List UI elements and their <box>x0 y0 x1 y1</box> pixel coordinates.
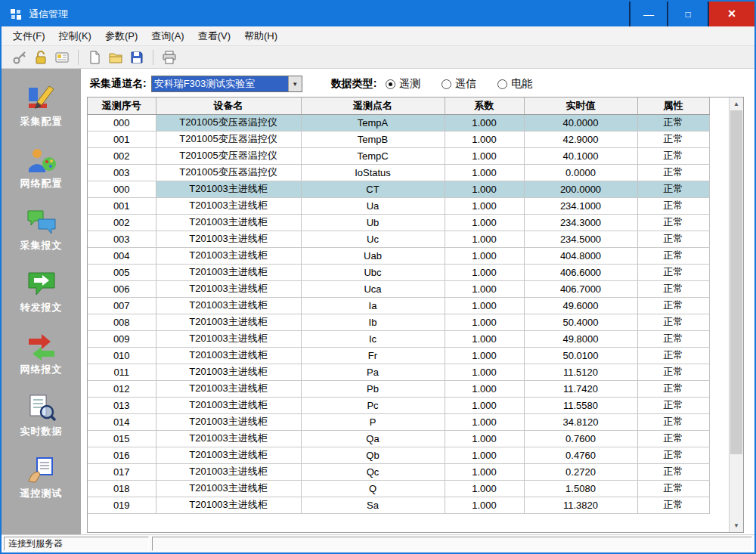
menu-item-params[interactable]: 参数(P) <box>98 27 144 45</box>
radio-energy[interactable]: 电能 <box>497 77 532 91</box>
column-header[interactable]: 系数 <box>445 97 524 114</box>
table-cell: 013 <box>88 397 156 413</box>
sidebar-item-collect-message[interactable]: 采集报文 <box>20 208 63 252</box>
channel-combobox[interactable]: 安科瑞F303测试实验室 ▼ <box>151 76 302 92</box>
table-row[interactable]: 000T201003主进线柜CT1.000200.0000正常 <box>88 181 709 197</box>
table-cell: 正常 <box>637 114 709 131</box>
table-row[interactable]: 009T201003主进线柜Ic1.00049.8000正常 <box>88 330 709 347</box>
new-file-icon[interactable] <box>87 50 102 65</box>
table-row[interactable]: 015T201003主进线柜Qa1.0000.7600正常 <box>88 430 709 447</box>
menu-item-help[interactable]: 帮助(H) <box>237 27 284 45</box>
table-row[interactable]: 017T201003主进线柜Qc1.0000.2720正常 <box>88 463 709 480</box>
table-row[interactable]: 005T201003主进线柜Ubc1.000406.6000正常 <box>88 264 709 280</box>
table-cell: 1.000 <box>445 330 524 347</box>
table-cell: 1.000 <box>445 447 524 463</box>
table-row[interactable]: 000T201005变压器温控仪TempA1.00040.0000正常 <box>88 114 709 131</box>
table-cell: P <box>301 413 445 430</box>
remote-test-icon <box>26 456 57 484</box>
save-icon[interactable] <box>129 50 144 65</box>
table-row[interactable]: 014T201003主进线柜P1.00034.8120正常 <box>88 413 709 430</box>
table-row[interactable]: 002T201003主进线柜Ub1.000234.3000正常 <box>88 214 709 231</box>
table-cell: T201003主进线柜 <box>156 181 301 197</box>
scroll-down-icon[interactable]: ▼ <box>730 519 743 532</box>
lock-open-icon[interactable] <box>33 50 48 65</box>
column-header[interactable]: 遥测点名 <box>301 97 445 114</box>
sidebar-item-remote-test[interactable]: 遥控测试 <box>20 456 63 500</box>
key-icon[interactable] <box>12 50 27 65</box>
table-cell: 006 <box>88 280 156 297</box>
table-row[interactable]: 008T201003主进线柜Ib1.00050.4000正常 <box>88 314 709 330</box>
sidebar-item-forward-message[interactable]: 转发报文 <box>20 270 63 314</box>
menu-item-query[interactable]: 查询(A) <box>144 27 191 45</box>
table-cell: 1.000 <box>445 147 524 164</box>
sidebar-item-network-message[interactable]: 网络报文 <box>20 332 63 376</box>
table-cell: Qc <box>301 463 445 480</box>
table-row[interactable]: 013T201003主进线柜Pc1.00011.5580正常 <box>88 397 709 413</box>
table-row[interactable]: 016T201003主进线柜Qb1.0000.4760正常 <box>88 447 709 463</box>
table-cell: T201003主进线柜 <box>156 364 301 380</box>
table-row[interactable]: 001T201003主进线柜Ua1.000234.1000正常 <box>88 197 709 214</box>
table-row[interactable]: 002T201005变压器温控仪TempC1.00040.1000正常 <box>88 147 709 164</box>
menu-bar: 文件(F)控制(K)参数(P)查询(A)查看(V)帮助(H) <box>2 26 754 46</box>
table-cell: Q <box>301 480 445 497</box>
vertical-scrollbar[interactable]: ▲ ▼ <box>729 97 743 532</box>
column-header[interactable]: 遥测序号 <box>88 97 156 114</box>
table-cell: 234.5000 <box>524 231 637 247</box>
status-bar: 连接到服务器 <box>2 534 754 552</box>
sidebar-item-collect-config[interactable]: 采集配置 <box>20 84 63 128</box>
chevron-down-icon[interactable]: ▼ <box>288 76 302 91</box>
sidebar-item-realtime-data[interactable]: 实时数据 <box>20 394 63 438</box>
table-row[interactable]: 004T201003主进线柜Uab1.000404.8000正常 <box>88 247 709 264</box>
table-cell: 11.3820 <box>524 497 637 513</box>
table-cell: 正常 <box>637 364 709 380</box>
print-icon[interactable] <box>162 50 177 65</box>
table-cell: 0.7600 <box>524 430 637 447</box>
table-cell: 正常 <box>637 181 709 197</box>
table-cell: 正常 <box>637 280 709 297</box>
scrollbar-thumb[interactable] <box>730 110 742 454</box>
table-row[interactable]: 011T201003主进线柜Pa1.00011.5120正常 <box>88 364 709 380</box>
open-folder-icon[interactable] <box>108 50 123 65</box>
channel-combobox-value: 安科瑞F303测试实验室 <box>152 76 288 91</box>
menu-item-file[interactable]: 文件(F) <box>6 27 52 45</box>
table-cell: 234.3000 <box>524 214 637 231</box>
table-row[interactable]: 010T201003主进线柜Fr1.00050.0100正常 <box>88 347 709 364</box>
radio-label: 遥信 <box>455 77 476 91</box>
close-button[interactable]: × <box>708 2 754 26</box>
table-cell: T201003主进线柜 <box>156 330 301 347</box>
menu-item-control[interactable]: 控制(K) <box>52 27 98 45</box>
table-header-row: 遥测序号设备名遥测点名系数实时值属性 <box>88 97 709 114</box>
column-header[interactable]: 属性 <box>637 97 709 114</box>
table-cell: T201003主进线柜 <box>156 231 301 247</box>
table-cell: T201003主进线柜 <box>156 197 301 214</box>
column-header[interactable]: 设备名 <box>156 97 301 114</box>
scroll-up-icon[interactable]: ▲ <box>730 97 743 110</box>
sidebar-item-label: 采集报文 <box>20 239 63 252</box>
table-row[interactable]: 019T201003主进线柜Sa1.00011.3820正常 <box>88 497 709 513</box>
table-row[interactable]: 006T201003主进线柜Uca1.000406.7000正常 <box>88 280 709 297</box>
table-cell: 406.7000 <box>524 280 637 297</box>
column-header[interactable]: 实时值 <box>524 97 637 114</box>
table-row[interactable]: 012T201003主进线柜Pb1.00011.7420正常 <box>88 380 709 397</box>
table-row[interactable]: 018T201003主进线柜Q1.0001.5080正常 <box>88 480 709 497</box>
table-cell: 正常 <box>637 347 709 364</box>
maximize-button[interactable]: □ <box>667 2 708 26</box>
menu-item-view[interactable]: 查看(V) <box>191 27 237 45</box>
table-row[interactable]: 007T201003主进线柜Ia1.00049.6000正常 <box>88 297 709 314</box>
table-cell: 1.000 <box>445 197 524 214</box>
table-row[interactable]: 003T201005变压器温控仪IoStatus1.0000.0000正常 <box>88 164 709 181</box>
minimize-button[interactable]: — <box>629 2 667 26</box>
table-cell: Qa <box>301 430 445 447</box>
table-cell: 正常 <box>637 247 709 264</box>
sidebar: 采集配置网络配置采集报文转发报文网络报文实时数据遥控测试 <box>2 69 81 534</box>
table-cell: 018 <box>88 480 156 497</box>
table-row[interactable]: 001T201005变压器温控仪TempB1.00042.9000正常 <box>88 131 709 147</box>
sidebar-item-network-config[interactable]: 网络配置 <box>20 146 63 190</box>
table-cell: Uca <box>301 280 445 297</box>
radio-signal[interactable]: 遥信 <box>442 77 476 91</box>
id-card-icon[interactable] <box>54 50 70 65</box>
table-cell: 正常 <box>637 397 709 413</box>
table-row[interactable]: 003T201003主进线柜Uc1.000234.5000正常 <box>88 231 709 247</box>
table-cell: 40.1000 <box>524 147 637 164</box>
radio-telemetry[interactable]: 遥测 <box>386 77 420 91</box>
